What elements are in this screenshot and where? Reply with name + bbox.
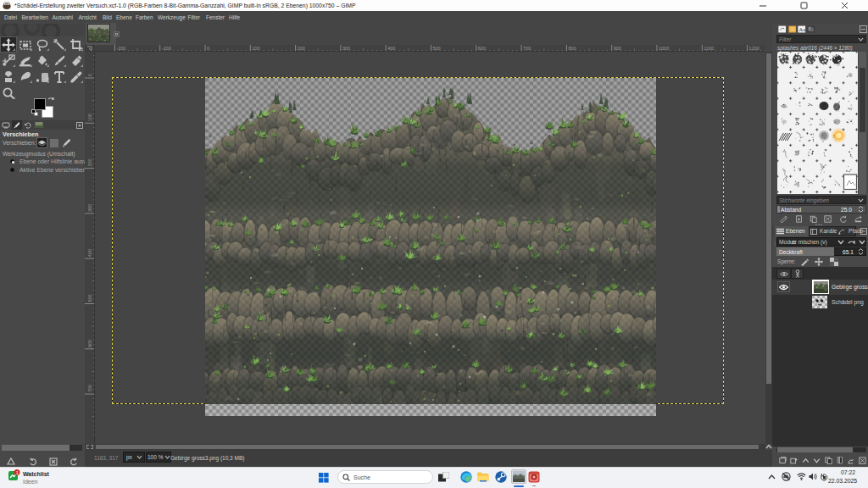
svg-text:300: 300 xyxy=(342,46,350,51)
svg-text:500: 500 xyxy=(433,46,441,51)
svg-text:300: 300 xyxy=(87,204,92,212)
svg-text:700: 700 xyxy=(87,385,92,392)
svg-text:500: 500 xyxy=(87,294,92,302)
svg-text:400: 400 xyxy=(387,46,395,51)
svg-text:100: 100 xyxy=(252,46,259,51)
svg-text:-200: -200 xyxy=(116,46,125,51)
svg-text:Aa: Aa xyxy=(799,25,806,31)
svg-text:1100: 1100 xyxy=(704,46,714,51)
svg-text:0: 0 xyxy=(87,74,92,76)
svg-text:0: 0 xyxy=(207,46,209,51)
svg-text:600: 600 xyxy=(478,46,486,51)
svg-text:1200: 1200 xyxy=(749,46,760,51)
svg-text:-100: -100 xyxy=(162,46,171,51)
svg-text:200: 200 xyxy=(298,46,305,51)
svg-text:1000: 1000 xyxy=(659,46,669,51)
svg-text:700: 700 xyxy=(523,46,531,51)
svg-text:200: 200 xyxy=(87,158,92,166)
svg-text:400: 400 xyxy=(87,249,92,257)
svg-text:1: 1 xyxy=(16,470,19,475)
svg-text:800: 800 xyxy=(568,46,576,51)
svg-text:100: 100 xyxy=(87,114,92,121)
svg-text:600: 600 xyxy=(87,340,92,347)
svg-text:900: 900 xyxy=(614,46,621,51)
